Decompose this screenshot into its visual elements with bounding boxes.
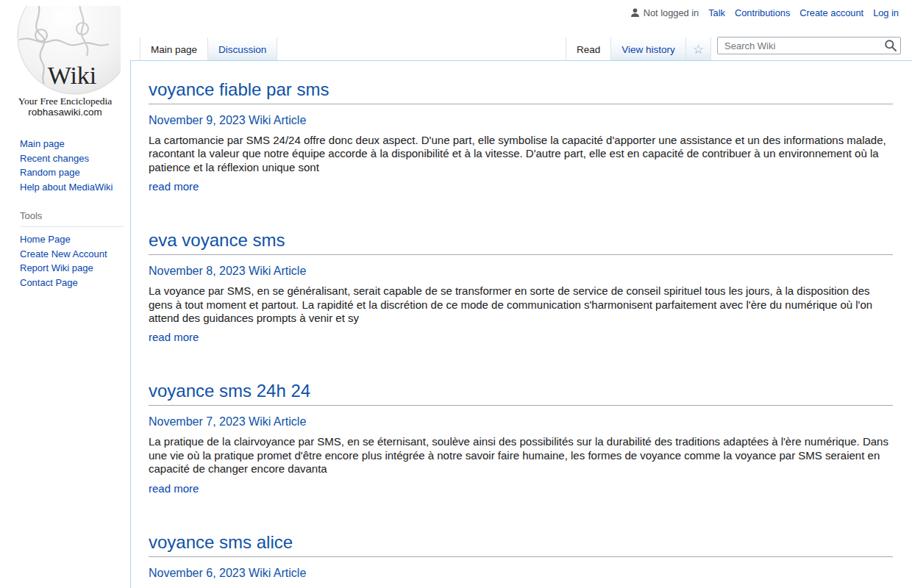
sidebar-navigation: Main page Recent changes Random page Hel…	[20, 137, 130, 194]
sidebar-item-contact-page[interactable]: Contact Page	[20, 276, 130, 290]
article-date-link[interactable]: November 7, 2023 Wiki Article	[149, 415, 306, 428]
create-account-link[interactable]: Create account	[799, 7, 863, 18]
contributions-link[interactable]: Contributions	[735, 7, 790, 18]
article-date: November 7, 2023 Wiki Article	[149, 415, 893, 429]
talk-link[interactable]: Talk	[708, 7, 725, 18]
article-date: November 6, 2023 Wiki Article	[149, 567, 893, 580]
login-status-text: Not logged in	[644, 7, 699, 18]
article-title-link[interactable]: eva voyance sms	[149, 230, 285, 250]
user-icon	[630, 8, 640, 18]
tools-section-title: Tools	[20, 210, 124, 227]
article-date: November 9, 2023 Wiki Article	[149, 114, 893, 127]
search-bar	[717, 37, 901, 54]
page-header: Not logged in Talk Contributions Create …	[130, 0, 912, 61]
sidebar-item-help-mediawiki[interactable]: Help about MediaWiki	[20, 180, 130, 195]
article-title: voyance fiable par sms	[149, 79, 893, 104]
article-date-link[interactable]: November 9, 2023 Wiki Article	[149, 114, 306, 126]
article-excerpt: La voyance par SMS, en se généralisant, …	[149, 284, 893, 325]
tab-view-history[interactable]: View history	[611, 37, 686, 61]
article-title: voyance sms 24h 24	[149, 381, 893, 406]
article-entry: voyance sms alice November 6, 2023 Wiki …	[149, 532, 893, 588]
search-input[interactable]	[717, 37, 901, 54]
sidebar-item-create-new-account[interactable]: Create New Account	[20, 247, 130, 262]
read-more-link[interactable]: read more	[149, 331, 199, 344]
magnifier-icon	[884, 39, 897, 52]
wiki-page: Wiki Your Free Enciclopedia robhasawiki.…	[0, 0, 912, 588]
puzzle-globe-icon: Wiki	[10, 6, 121, 96]
article-title-link[interactable]: voyance fiable par sms	[149, 79, 329, 99]
logo-site-name: robhasawiki.com	[10, 107, 121, 118]
log-in-link[interactable]: Log in	[873, 7, 899, 18]
article-title: voyance sms alice	[149, 532, 893, 557]
watchlist-star-icon[interactable]: ☆	[686, 37, 711, 61]
search-go-button[interactable]	[884, 39, 897, 52]
article-entry: eva voyance sms November 8, 2023 Wiki Ar…	[149, 230, 893, 344]
sidebar-item-main-page[interactable]: Main page	[20, 137, 130, 151]
article-date-link[interactable]: November 8, 2023 Wiki Article	[149, 265, 306, 277]
tab-main-page[interactable]: Main page	[140, 37, 208, 62]
article-title-link[interactable]: voyance sms 24h 24	[149, 381, 310, 401]
article-excerpt: La cartomancie par SMS 24/24 offre donc …	[149, 134, 893, 174]
sidebar-item-recent-changes[interactable]: Recent changes	[20, 151, 130, 166]
tab-read[interactable]: Read	[566, 37, 611, 62]
sidebar-tools: Home Page Create New Account Report Wiki…	[20, 232, 130, 290]
logo-tagline: Your Free Enciclopedia	[10, 96, 121, 107]
sidebar-item-report-wiki-page[interactable]: Report Wiki page	[20, 261, 130, 276]
article-title-link[interactable]: voyance sms alice	[149, 532, 293, 552]
sidebar: Wiki Your Free Enciclopedia robhasawiki.…	[0, 0, 130, 588]
article-excerpt: La pratique de la clairvoyance par SMS, …	[149, 435, 893, 476]
personal-bar: Not logged in Talk Contributions Create …	[630, 7, 899, 18]
namespace-tabs: Main page Discussion	[140, 37, 277, 61]
view-tabs: Read View history ☆	[566, 37, 711, 61]
header-divider	[130, 60, 912, 61]
logo-wordmark: Wiki	[47, 62, 96, 89]
main-content: voyance fiable par sms November 9, 2023 …	[130, 61, 912, 588]
sidebar-item-random-page[interactable]: Random page	[20, 165, 130, 180]
tab-discussion[interactable]: Discussion	[208, 37, 277, 61]
sidebar-item-home-page[interactable]: Home Page	[20, 232, 130, 247]
site-logo[interactable]: Wiki Your Free Enciclopedia robhasawiki.…	[10, 6, 121, 118]
read-more-link[interactable]: read more	[149, 482, 199, 495]
article-date: November 8, 2023 Wiki Article	[149, 265, 893, 278]
read-more-link[interactable]: read more	[149, 180, 199, 193]
article-date-link[interactable]: November 6, 2023 Wiki Article	[149, 567, 306, 579]
article-entry: voyance sms 24h 24 November 7, 2023 Wiki…	[149, 381, 893, 495]
article-title: eva voyance sms	[149, 230, 893, 255]
article-entry: voyance fiable par sms November 9, 2023 …	[149, 79, 893, 193]
